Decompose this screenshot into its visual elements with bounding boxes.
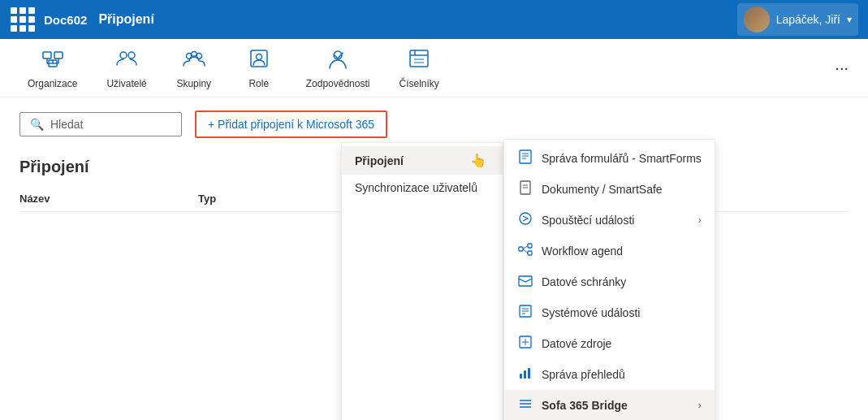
user-name: Lapáček, Jiří: [776, 13, 840, 26]
systemove-label: Systémové události: [542, 306, 702, 319]
nav-label-skupiny: Skupiny: [176, 78, 211, 89]
workflow-label: Workflow agend: [542, 245, 702, 258]
dropdown-datove-zdroje[interactable]: Datové zdroje: [504, 328, 715, 359]
zodpovednosti-icon: [326, 47, 349, 75]
spousteci-icon: [517, 211, 533, 229]
nav-item-role[interactable]: Role: [227, 41, 291, 96]
sofa-bridge-label: Sofa 365 Bridge: [542, 399, 690, 412]
svg-rect-15: [410, 50, 428, 67]
dropdown-spousteci-udalosti[interactable]: Spouštěcí události ›: [504, 205, 715, 236]
svg-rect-30: [528, 251, 532, 255]
sprava-formularu-label: Správa formulářů - SmartForms: [542, 152, 702, 165]
cursor-icon: 👆: [470, 153, 486, 168]
nav-item-zodpovednosti[interactable]: Zodpovědnosti: [291, 41, 385, 96]
nav-item-uzivatele[interactable]: Uživatelé: [92, 41, 161, 96]
svg-rect-29: [528, 244, 532, 248]
svg-rect-28: [519, 247, 523, 251]
ciselniky-icon: [408, 47, 430, 75]
svg-point-13: [256, 54, 261, 59]
spousteci-label: Spouštěcí události: [542, 214, 690, 227]
dropdown-item-synchronizace-label: Synchronizace uživatelů: [355, 181, 490, 194]
sprava-prehledu-icon: [517, 366, 533, 383]
datove-schranky-label: Datové schránky: [542, 275, 702, 288]
svg-line-32: [523, 249, 528, 253]
svg-rect-0: [43, 52, 51, 58]
sofa-bridge-icon: [517, 396, 533, 414]
action-row: 🔍 Hledat + Přidat připojení k Microsoft …: [19, 110, 849, 138]
svg-line-31: [523, 246, 528, 249]
uzivatele-icon: [115, 47, 138, 75]
apps-grid: [11, 7, 35, 32]
spousteci-chevron: ›: [698, 214, 702, 226]
nav-item-organizace[interactable]: Organizace: [13, 41, 92, 96]
svg-rect-33: [519, 276, 532, 286]
nav-label-uzivatele: Uživatelé: [106, 78, 146, 89]
svg-rect-20: [520, 150, 531, 163]
dropdown-sofa-bridge[interactable]: Sofa 365 Bridge ›: [504, 390, 715, 420]
dropdown-datove-schranky[interactable]: Datové schránky: [504, 266, 715, 297]
svg-rect-1: [54, 52, 63, 58]
search-box[interactable]: 🔍 Hledat: [19, 112, 182, 136]
svg-rect-41: [520, 374, 522, 379]
dropdown-container: Připojení 👆 Synchronizace uživatelů Spr: [341, 142, 715, 420]
dokumenty-icon: [517, 180, 533, 198]
datove-zdroje-label: Datové zdroje: [542, 337, 702, 350]
svg-point-8: [128, 52, 135, 58]
nav-more-button[interactable]: ···: [828, 52, 855, 84]
svg-rect-43: [528, 368, 530, 379]
dropdown-workflow[interactable]: Workflow agend: [504, 236, 715, 266]
nav-label-zodpovednosti: Zodpovědnosti: [306, 78, 370, 89]
dropdown-systemove-udalosti[interactable]: Systémové události: [504, 297, 715, 328]
role-icon: [248, 47, 270, 75]
col-header-nazev: Název: [19, 193, 198, 205]
col-header-typ: Typ: [198, 193, 361, 205]
systemove-icon: [517, 304, 533, 322]
page-header-title: Připojení: [98, 12, 153, 27]
user-menu[interactable]: Lapáček, Jiří ▾: [737, 3, 858, 36]
datove-schranky-icon: [517, 273, 533, 291]
sofa-bridge-chevron: ›: [698, 400, 702, 411]
dropdown-item-pripojeni-label: Připojení: [355, 154, 477, 167]
skupiny-icon: [183, 47, 205, 75]
svg-point-27: [520, 213, 531, 224]
dropdown-item-synchronizace[interactable]: Synchronizace uživatelů: [342, 175, 503, 201]
dokumenty-label: Dokumenty / SmartSafe: [542, 183, 702, 196]
svg-point-7: [120, 52, 127, 58]
nav-item-ciselniky[interactable]: Číselníky: [384, 41, 453, 96]
doc-label: Doc602: [44, 13, 87, 27]
workflow-icon: [517, 242, 533, 260]
nav-item-skupiny[interactable]: Skupiny: [162, 41, 227, 96]
sprava-formularu-icon: [517, 149, 533, 167]
nav-label-ciselniky: Číselníky: [399, 78, 438, 89]
main-content: 🔍 Hledat + Přidat připojení k Microsoft …: [0, 97, 868, 420]
avatar: [744, 6, 770, 32]
search-icon: 🔍: [30, 118, 44, 131]
search-placeholder: Hledat: [50, 118, 83, 131]
top-bar: Doc602 Připojení Lapáček, Jiří ▾: [0, 0, 868, 39]
dropdown-dokumenty[interactable]: Dokumenty / SmartSafe: [504, 174, 715, 205]
apps-icon[interactable]: [10, 6, 36, 32]
sprava-prehledu-label: Správa přehledů: [542, 368, 702, 381]
datove-zdroje-icon: [517, 335, 533, 353]
dropdown-item-pripojeni[interactable]: Připojení 👆: [342, 146, 503, 175]
dropdown-sprava-prehledu[interactable]: Správa přehledů: [504, 359, 715, 390]
nav-label-organizace: Organizace: [28, 78, 77, 89]
nav-label-role: Role: [248, 78, 269, 89]
add-button-label: + Přidat připojení k Microsoft 365: [208, 118, 374, 131]
add-connection-button[interactable]: + Přidat připojení k Microsoft 365: [195, 110, 387, 138]
nav-row: Organizace Uživatelé Skupiny: [0, 39, 868, 97]
left-dropdown: Připojení 👆 Synchronizace uživatelů: [341, 142, 503, 420]
organizace-icon: [41, 47, 64, 75]
right-dropdown: Správa formulářů - SmartForms Dokumenty …: [503, 139, 715, 420]
dropdown-sprava-formularu[interactable]: Správa formulářů - SmartForms: [504, 143, 715, 174]
user-chevron: ▾: [847, 14, 852, 25]
svg-rect-42: [524, 370, 526, 379]
